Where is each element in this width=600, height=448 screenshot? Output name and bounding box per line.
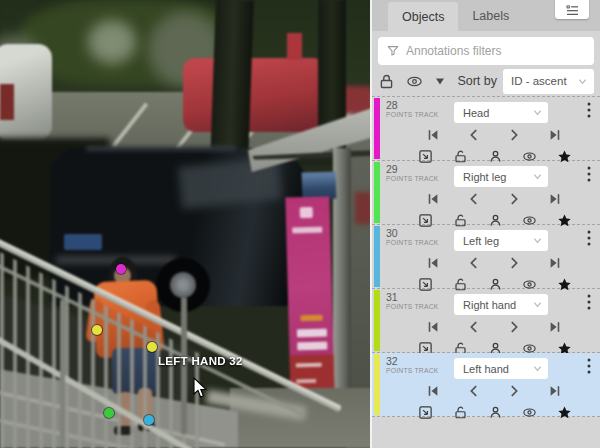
last-keyframe-button[interactable] <box>548 192 562 206</box>
annotations-filter <box>378 37 594 65</box>
last-keyframe-button[interactable] <box>548 128 562 142</box>
label-select[interactable]: Right leg <box>454 166 548 187</box>
object-row[interactable]: 30 POINTS TRACK Left leg <box>372 225 600 289</box>
sort-select[interactable]: ID - ascent <box>503 69 594 94</box>
chevron-down-icon <box>532 171 543 182</box>
label-select[interactable]: Right hand <box>454 294 548 315</box>
keypoint-dot[interactable] <box>144 415 154 425</box>
blue-sign <box>302 171 337 199</box>
prev-keyframe-button[interactable] <box>467 320 481 334</box>
object-type: POINTS TRACK <box>386 239 439 246</box>
object-row[interactable]: 29 POINTS TRACK Right leg <box>372 161 600 225</box>
label-color-strip <box>374 98 380 159</box>
first-keyframe-button[interactable] <box>426 320 440 334</box>
keyframe-star-icon[interactable] <box>557 405 572 420</box>
cvat-annotation-app: LEFT HAND 32 Objects Labels <box>0 0 600 448</box>
chevron-down-icon <box>532 107 543 118</box>
object-id: 30 <box>386 228 439 239</box>
next-keyframe-button[interactable] <box>507 320 521 334</box>
keypoint-dot[interactable] <box>104 408 114 418</box>
tree-trunk <box>210 0 254 163</box>
object-row[interactable]: 28 POINTS TRACK Head <box>372 97 600 161</box>
last-keyframe-button[interactable] <box>548 384 562 398</box>
label-select[interactable]: Head <box>454 102 548 123</box>
list-icon <box>566 5 579 16</box>
pink-ad-panel <box>285 196 334 398</box>
keypoint-dot[interactable] <box>116 264 126 274</box>
first-keyframe-button[interactable] <box>426 192 440 206</box>
prev-keyframe-button[interactable] <box>467 192 481 206</box>
object-menu-icon[interactable] <box>582 357 596 375</box>
next-keyframe-button[interactable] <box>507 384 521 398</box>
label-select[interactable]: Left hand <box>454 358 548 379</box>
keypoint-dot[interactable] <box>147 342 157 352</box>
lock-all-icon[interactable] <box>378 73 395 90</box>
object-id: 28 <box>386 100 439 111</box>
object-type: POINTS TRACK <box>386 111 439 118</box>
mouse-cursor <box>192 377 208 399</box>
label-color-strip <box>374 162 380 223</box>
object-type: POINTS TRACK <box>386 303 439 310</box>
object-id: 29 <box>386 164 439 175</box>
label-color-strip <box>374 226 380 287</box>
chevron-down-icon <box>532 235 543 246</box>
label-select[interactable]: Left leg <box>454 230 548 251</box>
object-row[interactable]: 31 POINTS TRACK Right hand <box>372 289 600 353</box>
object-menu-icon[interactable] <box>582 165 596 183</box>
filter-funnel-icon <box>386 44 400 58</box>
chevron-down-icon <box>532 299 543 310</box>
first-keyframe-button[interactable] <box>426 128 440 142</box>
annotations-filter-input[interactable] <box>378 37 594 65</box>
prev-keyframe-button[interactable] <box>467 256 481 270</box>
objects-list: 28 POINTS TRACK Head <box>372 96 600 417</box>
annotation-tooltip-label: LEFT HAND 32 <box>158 355 243 367</box>
object-menu-icon[interactable] <box>582 101 596 119</box>
prev-keyframe-button[interactable] <box>467 384 481 398</box>
chevron-down-icon <box>577 76 588 87</box>
lock-property-icon[interactable] <box>453 405 468 420</box>
sidebar-tabbar: Objects Labels <box>372 0 600 31</box>
keypoint-dot[interactable] <box>92 325 102 335</box>
label-color-strip <box>374 354 380 415</box>
tab-objects[interactable]: Objects <box>388 2 458 31</box>
red-car <box>183 58 325 132</box>
last-keyframe-button[interactable] <box>548 256 562 270</box>
next-keyframe-button[interactable] <box>507 192 521 206</box>
object-type: POINTS TRACK <box>386 367 439 374</box>
next-keyframe-button[interactable] <box>507 256 521 270</box>
surveillance-photo <box>0 0 372 448</box>
appearance-menu-button[interactable] <box>555 0 589 19</box>
objects-sidebar: Objects Labels <box>372 0 600 448</box>
object-menu-icon[interactable] <box>582 293 596 311</box>
object-type: POINTS TRACK <box>386 175 439 182</box>
object-id: 31 <box>386 292 439 303</box>
chevron-down-icon <box>532 363 543 374</box>
last-keyframe-button[interactable] <box>548 320 562 334</box>
occluded-property-icon[interactable] <box>488 405 503 420</box>
hide-all-eye-icon[interactable] <box>406 73 423 90</box>
prev-keyframe-button[interactable] <box>467 128 481 142</box>
expand-caret-icon[interactable] <box>434 75 446 87</box>
object-id: 32 <box>386 356 439 367</box>
first-keyframe-button[interactable] <box>426 256 440 270</box>
label-color-strip <box>374 290 380 351</box>
global-controls-row: Sort by ID - ascent <box>378 68 594 94</box>
object-menu-icon[interactable] <box>582 229 596 247</box>
object-row[interactable]: 32 POINTS TRACK Left hand <box>372 353 600 417</box>
sort-by-label: Sort by <box>457 74 497 88</box>
video-frame-canvas[interactable]: LEFT HAND 32 <box>0 0 372 448</box>
tab-labels[interactable]: Labels <box>458 0 523 31</box>
hidden-property-eye-icon[interactable] <box>522 405 537 420</box>
outside-property-icon[interactable] <box>418 405 433 420</box>
first-keyframe-button[interactable] <box>426 384 440 398</box>
next-keyframe-button[interactable] <box>507 128 521 142</box>
